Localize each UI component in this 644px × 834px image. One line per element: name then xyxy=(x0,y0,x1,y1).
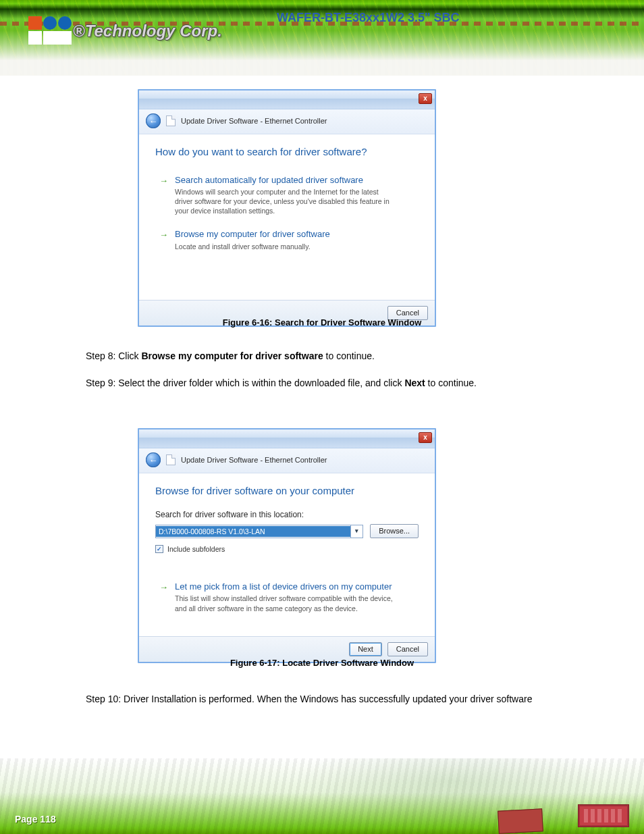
figure-caption-1: Figure 6-16: Search for Driver Software … xyxy=(0,317,644,329)
step8-post: to continue. xyxy=(323,350,375,361)
step9-post: to continue. xyxy=(425,377,477,388)
doc-title: WAFER-BT-E38xx1W2 3.5" SBC xyxy=(277,11,628,26)
close-icon[interactable]: x xyxy=(419,432,432,443)
option-browse-computer[interactable]: → Browse my computer for driver software… xyxy=(155,225,419,291)
chevron-down-icon[interactable]: ▾ xyxy=(350,525,363,538)
breadcrumb-text: Update Driver Software - Ethernet Contro… xyxy=(181,118,327,125)
include-subfolders-checkbox[interactable]: ✓ Include subfolders xyxy=(155,545,419,553)
option-title: Browse my computer for driver software xyxy=(175,229,330,240)
step8-bold: Browse my computer for driver software xyxy=(141,350,323,361)
titlebar: x xyxy=(139,90,435,109)
page-number: Page 118 xyxy=(15,814,56,825)
chip-graphic-icon xyxy=(498,808,543,833)
option-desc: This list will show installed driver sof… xyxy=(175,594,398,613)
step-10: Step 10: Driver Installation is performe… xyxy=(86,692,599,706)
step9-pre: Step 9: Select the driver folder which i… xyxy=(86,377,404,388)
close-icon[interactable]: x xyxy=(419,93,432,104)
option-title: Let me pick from a list of device driver… xyxy=(175,581,398,592)
option-desc: Locate and install driver software manua… xyxy=(175,242,330,251)
step8-pre: Step 8: Click xyxy=(86,350,141,361)
next-button[interactable]: Next xyxy=(349,642,382,656)
figure-caption-2: Figure 6-17: Locate Driver Software Wind… xyxy=(0,658,644,669)
arrow-icon: → xyxy=(159,583,168,613)
chip-graphic-icon xyxy=(578,804,629,827)
breadcrumb: Update Driver Software - Ethernet Contro… xyxy=(139,109,435,134)
dialog-heading: Browse for driver software on your compu… xyxy=(155,484,419,498)
breadcrumb-text: Update Driver Software - Ethernet Contro… xyxy=(181,457,327,464)
checkmark-icon: ✓ xyxy=(155,545,163,553)
option-title: Search automatically for updated driver … xyxy=(175,175,398,186)
brand-logo: ®Technology Corp. xyxy=(28,16,222,46)
step-9: Step 9: Select the driver folder which i… xyxy=(86,375,599,390)
step-8: Step 8: Click Browse my computer for dri… xyxy=(86,348,599,363)
doc-icon xyxy=(166,454,176,465)
brand-text: ®Technology Corp. xyxy=(73,23,222,39)
arrow-icon: → xyxy=(159,230,168,251)
option-pick-from-list[interactable]: → Let me pick from a list of device driv… xyxy=(155,577,419,628)
option-desc: Windows will search your computer and th… xyxy=(175,187,398,216)
include-subfolders-label: Include subfolders xyxy=(167,545,225,553)
cancel-button[interactable]: Cancel xyxy=(387,642,428,656)
option-search-auto[interactable]: → Search automatically for updated drive… xyxy=(155,171,419,226)
dialog-search-method: x Update Driver Software - Ethernet Cont… xyxy=(138,89,436,327)
search-location-label: Search for driver software in this locat… xyxy=(155,510,419,521)
footer-banner: Page 118 xyxy=(0,758,644,834)
path-input[interactable] xyxy=(156,526,350,537)
arrow-icon: → xyxy=(159,176,168,216)
breadcrumb: Update Driver Software - Ethernet Contro… xyxy=(139,448,435,473)
dialog-browse-location: x Update Driver Software - Ethernet Cont… xyxy=(138,428,436,663)
logo-mark-icon xyxy=(28,16,66,46)
path-combobox[interactable]: ▾ xyxy=(155,525,363,538)
browse-button[interactable]: Browse... xyxy=(370,524,419,538)
titlebar: x xyxy=(139,429,435,448)
back-icon[interactable] xyxy=(146,452,161,467)
doc-icon xyxy=(166,115,176,126)
step9-bold: Next xyxy=(404,377,425,388)
back-icon[interactable] xyxy=(146,113,161,128)
dialog-heading: How do you want to search for driver sof… xyxy=(155,145,419,159)
